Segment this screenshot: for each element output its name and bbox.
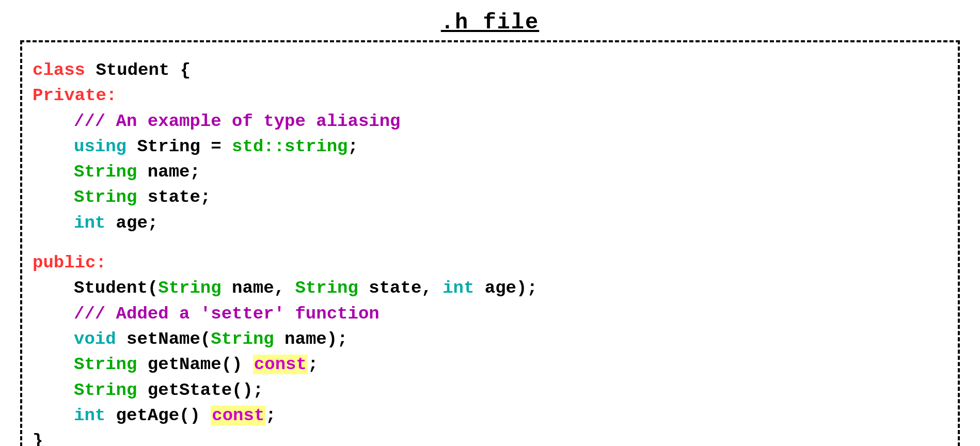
param-state: state,	[358, 278, 442, 298]
param-string2: String	[295, 278, 358, 298]
code-line-8: public:	[33, 250, 937, 276]
getname-sig: getName()	[137, 355, 252, 374]
keyword-void: void	[74, 329, 116, 349]
return-string-getstate: String	[74, 380, 137, 400]
code-line-6: String state;	[33, 185, 937, 210]
code-line-11: void setName(String name);	[33, 327, 937, 352]
code-line-7: int age;	[33, 211, 937, 236]
type-string-state: String	[74, 187, 137, 207]
comment-setter: /// Added a 'setter' function	[74, 304, 380, 324]
string-alias-name: String =	[127, 137, 232, 156]
getage-sig: getAge()	[105, 406, 211, 425]
keyword-const-getage: const	[211, 406, 265, 425]
getname-end: ;	[308, 355, 318, 374]
keyword-class: class	[33, 60, 85, 80]
page-title: .h file	[441, 10, 539, 35]
class-name: Student {	[85, 60, 191, 80]
code-box: class Student { Private: /// An example …	[20, 40, 960, 446]
page-container: .h file class Student { Private: /// An …	[0, 10, 980, 446]
code-line-2: Private:	[33, 83, 937, 108]
return-int-getage: int	[74, 406, 105, 425]
var-name: name;	[137, 162, 200, 182]
comment-type-aliasing: /// An example of type aliasing	[74, 112, 401, 131]
code-line-9: Student(String name, String state, int a…	[33, 276, 937, 301]
code-line-3: /// An example of type aliasing	[33, 109, 937, 134]
code-line-13: String getState();	[33, 378, 937, 403]
setname-sig: setName(	[116, 329, 211, 349]
code-line-12: String getName() const;	[33, 352, 937, 377]
code-line-5: String name;	[33, 160, 937, 185]
keyword-public: public:	[33, 253, 106, 273]
setname-end: name);	[274, 329, 348, 349]
std-string: std::string	[232, 137, 347, 156]
param-string-setname: String	[211, 329, 274, 349]
semicolon-1: ;	[348, 137, 358, 156]
var-state: state;	[137, 187, 211, 207]
code-line-10: /// Added a 'setter' function	[33, 301, 937, 327]
param-string1: String	[158, 278, 221, 298]
param-int: int	[442, 278, 474, 298]
param-age: age);	[474, 278, 537, 298]
getage-end: ;	[265, 406, 276, 425]
code-line-15: }	[33, 428, 937, 446]
closing-brace: }	[33, 431, 43, 446]
param-name: name,	[222, 278, 295, 298]
type-string-name: String	[74, 162, 137, 182]
code-line-4: using String = std::string;	[33, 134, 937, 160]
code-line-1: class Student {	[33, 58, 937, 83]
var-age: age;	[105, 213, 158, 233]
constructor-student: Student(	[74, 278, 158, 298]
return-string-getname: String	[74, 355, 137, 374]
code-line-14: int getAge() const;	[33, 403, 937, 428]
keyword-const-getname: const	[253, 355, 308, 374]
getstate-sig: getState();	[137, 380, 263, 400]
blank-line-1	[33, 236, 937, 250]
keyword-private: Private:	[33, 86, 117, 105]
keyword-using: using	[74, 137, 127, 156]
type-int-age: int	[74, 213, 105, 233]
